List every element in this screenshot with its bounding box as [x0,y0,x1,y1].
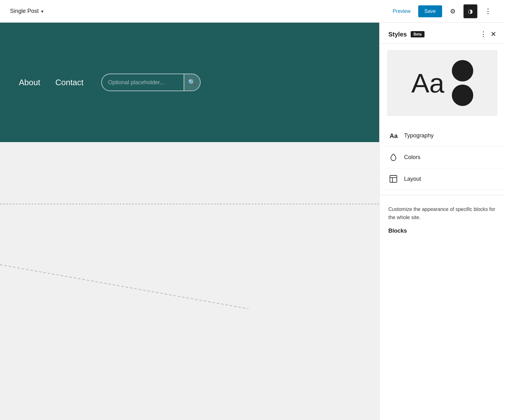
colors-icon [388,152,398,162]
svg-text:Aa: Aa [390,132,398,139]
svg-line-0 [0,265,248,309]
typography-preview: Aa [411,69,444,97]
panel-header-right: ⋮ ✕ [480,30,496,38]
panel-title: Styles [388,31,407,38]
style-options-list: Aa Typography Colors [380,122,505,192]
dashed-line-angled [0,255,248,318]
settings-button[interactable]: ⚙ [446,4,460,18]
search-input[interactable] [102,76,184,89]
top-bar: Single Post ▾ Preview Save ⚙ ◑ ⋮ [0,0,505,23]
save-button[interactable]: Save [418,5,442,17]
gear-icon: ⚙ [450,8,456,15]
typography-label: Typography [404,132,434,139]
beta-badge: Beta [411,31,425,37]
search-bar: 🔍 [101,74,201,91]
blocks-label: Blocks [388,228,407,234]
typography-option[interactable]: Aa Typography [380,125,505,146]
panel-header: Styles Beta ⋮ ✕ [380,23,505,44]
nav-link-about[interactable]: About [19,78,40,87]
panel-divider [380,195,505,195]
panel-close-button[interactable]: ✕ [491,30,496,38]
dashed-line-1 [0,204,379,204]
layout-icon [388,174,398,184]
nav-header: About Contact 🔍 [0,23,379,142]
canvas: About Contact 🔍 [0,23,379,420]
typography-icon: Aa [388,130,398,141]
more-icon: ⋮ [485,7,491,15]
main-area: About Contact 🔍 Styles Beta [0,23,505,420]
search-button[interactable]: 🔍 [184,74,200,91]
search-icon: 🔍 [188,79,196,86]
chevron-down-icon: ▾ [41,9,43,14]
nav-link-contact[interactable]: Contact [55,78,84,87]
blocks-description: Customize the appearance of specific blo… [388,205,496,221]
colors-label: Colors [404,154,420,161]
layout-option[interactable]: Layout [380,168,505,190]
theme-toggle-button[interactable]: ◑ [463,4,477,18]
color-dot-large [452,60,473,81]
right-panel: Styles Beta ⋮ ✕ Aa Aa [379,23,505,420]
more-options-button[interactable]: ⋮ [481,4,495,18]
color-preview-dots [452,60,473,106]
svg-rect-2 [390,175,397,182]
panel-more-button[interactable]: ⋮ [480,30,487,38]
panel-header-left: Styles Beta [388,31,425,38]
colors-option[interactable]: Colors [380,146,505,168]
style-preview-card: Aa [387,50,497,116]
top-bar-left: Single Post ▾ [10,8,43,14]
post-title: Single Post [10,8,39,14]
layout-label: Layout [404,176,421,182]
top-bar-right: Preview Save ⚙ ◑ ⋮ [389,4,495,18]
color-dot-small [452,85,473,106]
preview-button[interactable]: Preview [389,6,414,17]
blocks-section: Customize the appearance of specific blo… [380,198,505,242]
theme-icon: ◑ [468,8,473,15]
